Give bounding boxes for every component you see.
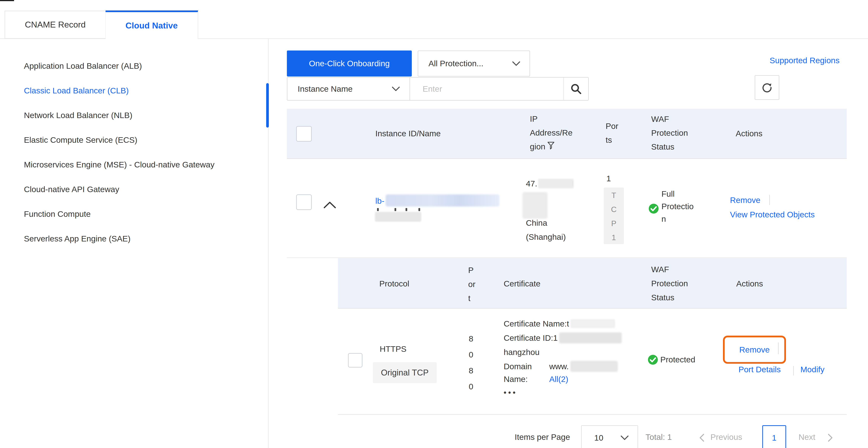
status-check-icon <box>649 203 659 214</box>
col-actions: Actions <box>736 129 763 138</box>
next-page-button[interactable]: Next <box>799 433 815 442</box>
col-instance-id-name: Instance ID/Name <box>375 129 441 138</box>
view-protected-objects-link[interactable]: View Protected Objects <box>730 210 815 219</box>
next-page-chevron-icon[interactable] <box>828 434 833 442</box>
refresh-icon <box>761 82 773 93</box>
refresh-button[interactable] <box>755 75 779 100</box>
subcol-certificate: Certificate <box>504 279 540 288</box>
total-count: Total: 1 <box>646 433 672 442</box>
sidebar-item-function-compute[interactable]: Function Compute <box>24 201 259 226</box>
more-ellipsis[interactable]: ••• <box>504 388 517 397</box>
collapse-row-chevron-up-icon[interactable] <box>323 201 337 209</box>
items-per-page-label: Items per Page <box>515 433 570 442</box>
ip-redaction <box>538 179 574 188</box>
search-button[interactable] <box>564 77 588 100</box>
previous-page-chevron-icon[interactable] <box>699 434 704 442</box>
certificate-region-line: hangzhou <box>504 347 539 357</box>
port-count: 1 <box>607 174 611 183</box>
port-details-link[interactable]: Port Details <box>739 365 781 374</box>
original-tcp-tag: Original TCP <box>373 362 437 383</box>
sidebar-item-ecs[interactable]: Elastic Compute Service (ECS) <box>24 128 259 152</box>
subrow-remove-link[interactable]: Remove <box>739 345 770 354</box>
subtable-header <box>338 258 847 309</box>
sidebar-active-indicator <box>266 83 269 128</box>
ip-redaction-2 <box>523 192 548 219</box>
subrow-waf-status: Protected <box>660 355 695 364</box>
search-icon <box>570 83 582 95</box>
certificate-name-line: Certificate Name:t <box>504 318 615 329</box>
domain-all-link[interactable]: All(2) <box>549 375 568 384</box>
current-page-button[interactable]: 1 <box>762 425 786 448</box>
filter-funnel-icon[interactable] <box>547 141 555 150</box>
domain-line-1: Domain www. <box>504 361 618 372</box>
subcol-actions: Actions <box>736 279 763 288</box>
chevron-down-icon <box>620 435 629 440</box>
tab-cloud-native-label: Cloud Native <box>125 21 178 31</box>
instance-id-redaction <box>385 194 499 206</box>
domain-line-2: Name: All(2) <box>504 374 568 384</box>
subcol-port: P or t <box>468 263 475 305</box>
sidebar-item-sae[interactable]: Serverless App Engine (SAE) <box>24 226 259 251</box>
instance-name-text-remnants <box>377 208 423 211</box>
chevron-down-icon <box>512 61 520 66</box>
subcol-protocol: Protocol <box>379 279 409 288</box>
subcol-waf-protection-status: WAF Protection Status <box>651 262 688 305</box>
previous-page-button[interactable]: Previous <box>710 433 742 442</box>
waf-status-text: Full Protectio n <box>661 188 694 225</box>
tab-cname-record-label: CNAME Record <box>25 20 86 30</box>
action-separator <box>793 366 794 376</box>
col-ports: Por ts <box>606 119 618 147</box>
sidebar-item-nlb[interactable]: Network Load Balancer (NLB) <box>24 103 259 128</box>
instance-id-link[interactable]: lb- <box>375 196 384 205</box>
sidebar-item-alb[interactable]: Application Load Balancer (ALB) <box>24 54 259 78</box>
row-divider <box>287 257 847 258</box>
certificate-id-line: Certificate ID:1 <box>504 332 622 343</box>
instance-id-cell: lb- <box>375 195 499 206</box>
port-protocol-tag: T C P 1 <box>604 188 624 244</box>
chevron-down-icon <box>392 86 400 91</box>
one-click-onboarding-button[interactable]: One-Click Onboarding <box>287 51 412 76</box>
supported-regions-link[interactable]: Supported Regions <box>770 56 839 65</box>
sidebar-item-api-gateway[interactable]: Cloud-native API Gateway <box>24 177 259 201</box>
certificate-name-redaction <box>570 319 615 328</box>
ip-prefix: 47. <box>526 179 537 188</box>
subtable-bottom-border <box>338 414 847 415</box>
remove-highlight-annotation: Remove <box>723 335 786 364</box>
page-size-value: 10 <box>594 433 603 443</box>
sidebar-item-clb[interactable]: Classic Load Balancer (CLB) <box>24 78 259 103</box>
select-all-checkbox[interactable] <box>296 126 312 141</box>
page-size-select[interactable]: 10 <box>581 425 638 448</box>
search-group: Instance Name Enter <box>287 77 589 101</box>
remove-link[interactable]: Remove <box>730 195 761 205</box>
instance-name-redaction <box>375 212 421 222</box>
modify-link[interactable]: Modify <box>800 365 825 374</box>
subrow-checkbox[interactable] <box>348 353 363 367</box>
certificate-id-redaction <box>559 332 622 343</box>
protection-status-filter-dropdown[interactable]: All Protection... <box>418 51 530 76</box>
region-line-2: (Shanghai) <box>526 232 566 242</box>
protocol-value: HTTPS <box>380 344 406 354</box>
sidebar-item-mse-gateway[interactable]: Microservices Engine (MSE) - Cloud-nativ… <box>24 152 259 177</box>
row-checkbox[interactable] <box>296 194 312 210</box>
search-category-select[interactable]: Instance Name <box>287 77 410 100</box>
tab-cloud-native[interactable]: Cloud Native <box>105 10 198 39</box>
col-ip-address-region: IP Address/Re gion <box>530 112 572 154</box>
status-check-icon <box>648 355 658 365</box>
window-edge-artifact <box>0 0 14 1</box>
ip-address-cell: 47. <box>526 179 573 189</box>
search-category-value: Instance Name <box>298 84 352 94</box>
search-placeholder: Enter <box>423 84 442 94</box>
port-value: 8 0 8 0 <box>466 331 476 394</box>
protection-filter-value: All Protection... <box>429 59 483 68</box>
tab-cname-record[interactable]: CNAME Record <box>5 11 106 39</box>
domain-redaction <box>570 361 618 372</box>
action-separator <box>769 195 770 205</box>
search-input[interactable]: Enter <box>410 77 564 100</box>
region-line-1: China <box>526 218 547 228</box>
col-waf-protection-status: WAF Protection Status <box>651 112 688 154</box>
